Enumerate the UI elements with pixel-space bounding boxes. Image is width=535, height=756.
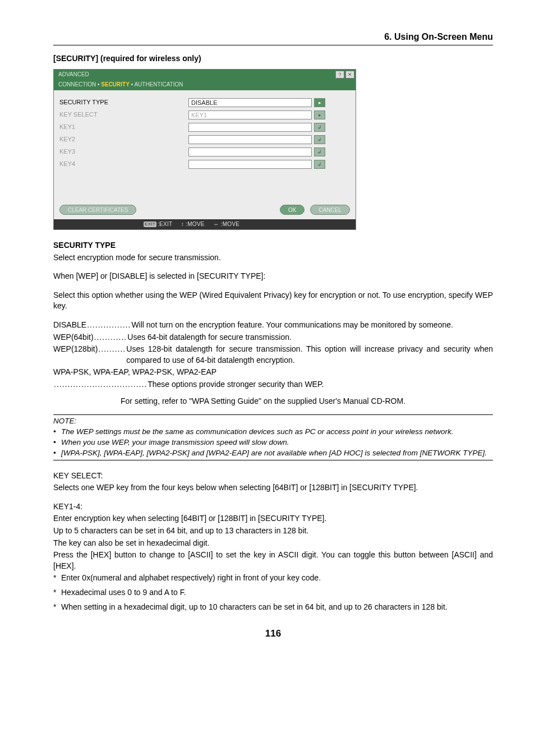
security-type-value[interactable]: DISABLE <box>188 98 312 107</box>
bullet-icon: • <box>53 427 61 437</box>
bullet-icon: • <box>53 448 61 459</box>
key14-line3: The key can also be set in hexadecimal d… <box>53 538 493 549</box>
key4-value <box>188 160 312 169</box>
osd-footer: EXIT:EXIT ↕ :MOVE ↔ :MOVE <box>54 219 356 229</box>
security-type-label: SECURITY TYPE <box>59 98 188 107</box>
note-item-2: When you use WEP, your image transmissio… <box>61 437 493 448</box>
asterisk-icon: * <box>53 573 61 584</box>
chevron-right-icon[interactable]: ▸ <box>314 98 325 107</box>
dot-icon: • <box>131 81 133 87</box>
tab-connection[interactable]: CONNECTION <box>58 81 96 87</box>
dot-icon: • <box>98 81 100 87</box>
asterisk-icon: * <box>53 587 61 598</box>
footer-move-vertical: ↕ :MOVE <box>181 221 205 227</box>
key-select-value: KEY1 <box>188 110 312 119</box>
leader-dots: ............ <box>94 332 128 343</box>
key14-heading: KEY1-4: <box>53 501 493 513</box>
footer-exit: :EXIT <box>158 221 172 227</box>
select-option-para: Select this option whether using the WEP… <box>53 290 493 312</box>
key1-value <box>188 123 312 132</box>
osd-title: ADVANCED <box>58 71 89 79</box>
note-item-1: The WEP settings must be the same as com… <box>61 427 493 437</box>
exit-key-icon: EXIT <box>144 222 156 227</box>
osd-dialog: ADVANCED ? ✕ CONNECTION • SECURITY • AUT… <box>53 69 356 230</box>
def-wep64-desc: Uses 64-bit datalength for secure transm… <box>127 332 493 343</box>
ok-button[interactable]: OK <box>280 205 305 215</box>
note-item-3: [WPA-PSK], [WPA-EAP], [WPA2-PSK] and [WP… <box>61 448 493 459</box>
key2-value <box>188 135 312 144</box>
wpa-setting-ref: For setting, refer to "WPA Setting Guide… <box>121 396 493 407</box>
tab-authentication[interactable]: AUTHENTICATION <box>134 81 183 87</box>
close-icon[interactable]: ✕ <box>345 71 354 79</box>
def-disable-term: DISABLE <box>53 320 86 331</box>
star-item-2: Hexadecimal uses 0 to 9 and A to F. <box>61 587 493 598</box>
star-item-1: Enter 0x(numeral and alphabet respective… <box>61 573 493 584</box>
def-disable-desc: Will not turn on the encryption feature.… <box>131 320 493 331</box>
leader-dots: .................................. <box>53 379 147 390</box>
footer-move-horizontal: ↔ :MOVE <box>213 221 239 227</box>
subsection-title: [SECURITY] (required for wireless only) <box>53 53 493 64</box>
page-number: 116 <box>53 627 493 640</box>
bullet-icon: • <box>53 437 61 448</box>
leader-dots: .......... <box>98 344 126 366</box>
def-wep128-desc: Uses 128-bit datalength for secure trans… <box>126 344 493 366</box>
security-type-desc: Select encryption mode for secure transm… <box>53 252 493 264</box>
clear-certificates-button: CLEAR CERTIFICATES <box>59 205 136 215</box>
key14-line1: Enter encryption key when selecting [64B… <box>53 513 493 524</box>
asterisk-icon: * <box>53 602 61 613</box>
key-select-label: KEY SELECT <box>59 110 188 119</box>
def-wpa-desc: These options provide stronger security … <box>147 379 493 390</box>
tab-security[interactable]: SECURITY <box>101 81 130 87</box>
def-wep64-term: WEP(64bit) <box>53 332 94 343</box>
cancel-button[interactable]: CANCEL <box>310 205 350 215</box>
osd-tab-strip: CONNECTION • SECURITY • AUTHENTICATION <box>54 80 356 90</box>
key2-label: KEY2 <box>59 135 188 144</box>
key14-line2: Up to 5 characters can be set in 64 bit,… <box>53 525 493 537</box>
enter-icon: ↲ <box>314 135 325 144</box>
key1-label: KEY1 <box>59 123 188 131</box>
def-wpa-term: WPA-PSK, WPA-EAP, WPA2-PSK, WPA2-EAP <box>53 367 216 378</box>
key-select-heading: KEY SELECT: <box>53 471 493 482</box>
key3-value <box>188 147 312 156</box>
def-wep128-term: WEP(128bit) <box>53 344 98 366</box>
section-header: 6. Using On-Screen Menu <box>53 31 493 45</box>
security-type-heading: SECURITY TYPE <box>53 241 116 250</box>
enter-icon: ↲ <box>314 160 325 169</box>
chevron-right-icon: ▸ <box>314 110 325 119</box>
when-line: When [WEP] or [DISABLE] is selected in [… <box>53 271 493 282</box>
star-item-3: When setting in a hexadecimal digit, up … <box>61 602 493 613</box>
enter-icon: ↲ <box>314 147 325 156</box>
key3-label: KEY3 <box>59 147 188 156</box>
key-select-desc: Selects one WEP key from the four keys b… <box>53 482 493 494</box>
note-heading: NOTE: <box>53 416 493 427</box>
enter-icon: ↲ <box>314 123 325 132</box>
key14-line4: Press the [HEX] button to change to [ASC… <box>53 550 493 571</box>
leader-dots: ................ <box>86 320 131 331</box>
key4-label: KEY4 <box>59 160 188 168</box>
help-icon[interactable]: ? <box>335 71 344 79</box>
